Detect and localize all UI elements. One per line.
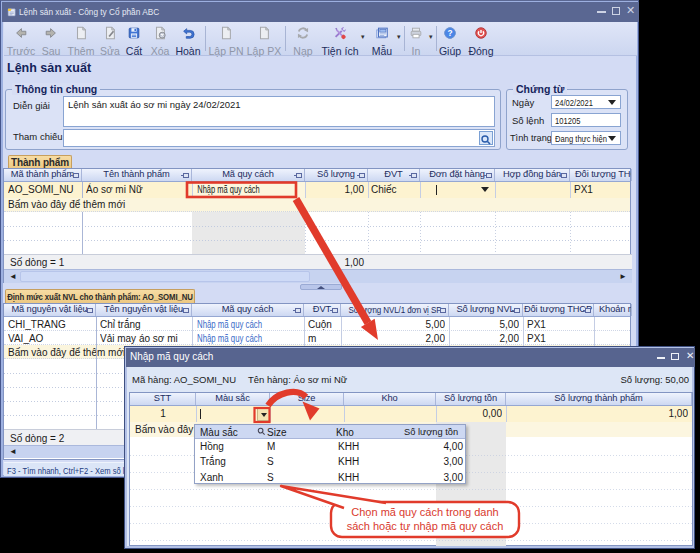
svg-text:?: ? [447, 28, 452, 38]
